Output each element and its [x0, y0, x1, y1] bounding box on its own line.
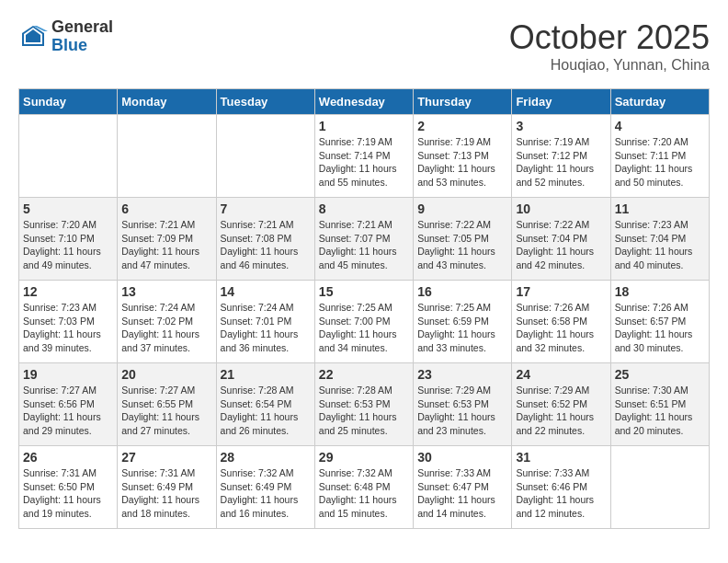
day-header-tuesday: Tuesday: [216, 89, 314, 115]
calendar-cell: 9Sunrise: 7:22 AM Sunset: 7:05 PM Daylig…: [414, 198, 512, 281]
day-number: 19: [23, 367, 113, 382]
day-info: Sunrise: 7:24 AM Sunset: 7:01 PM Dayligh…: [221, 301, 311, 355]
day-number: 11: [615, 201, 705, 216]
day-number: 31: [516, 450, 606, 465]
day-info: Sunrise: 7:31 AM Sunset: 6:50 PM Dayligh…: [23, 466, 113, 521]
title-block: October 2025 Houqiao, Yunnan, China: [509, 18, 710, 74]
day-number: 6: [121, 201, 211, 216]
day-number: 27: [121, 450, 211, 465]
logo-text: General Blue: [51, 18, 113, 55]
day-header-wednesday: Wednesday: [314, 89, 413, 115]
day-number: 21: [221, 367, 311, 382]
day-info: Sunrise: 7:19 AM Sunset: 7:12 PM Dayligh…: [516, 135, 606, 190]
day-info: Sunrise: 7:27 AM Sunset: 6:55 PM Dayligh…: [121, 384, 211, 438]
day-info: Sunrise: 7:29 AM Sunset: 6:53 PM Dayligh…: [417, 384, 507, 438]
calendar-cell: 8Sunrise: 7:21 AM Sunset: 7:07 PM Daylig…: [314, 198, 413, 281]
day-number: 5: [23, 201, 113, 216]
day-number: 16: [417, 284, 507, 299]
calendar-cell: 30Sunrise: 7:33 AM Sunset: 6:47 PM Dayli…: [414, 446, 512, 529]
day-header-friday: Friday: [512, 89, 610, 115]
month-title: October 2025: [509, 18, 710, 57]
day-info: Sunrise: 7:22 AM Sunset: 7:04 PM Dayligh…: [516, 218, 606, 272]
calendar-cell: 29Sunrise: 7:32 AM Sunset: 6:48 PM Dayli…: [314, 446, 413, 529]
calendar-table: SundayMondayTuesdayWednesdayThursdayFrid…: [18, 88, 710, 529]
logo-general: General: [51, 18, 113, 37]
calendar-cell: 24Sunrise: 7:29 AM Sunset: 6:52 PM Dayli…: [512, 363, 610, 446]
day-info: Sunrise: 7:27 AM Sunset: 6:56 PM Dayligh…: [23, 384, 113, 438]
calendar-cell: 28Sunrise: 7:32 AM Sunset: 6:49 PM Dayli…: [216, 446, 314, 529]
day-header-monday: Monday: [118, 89, 216, 115]
calendar-cell: 18Sunrise: 7:26 AM Sunset: 6:57 PM Dayli…: [610, 281, 709, 363]
day-info: Sunrise: 7:28 AM Sunset: 6:53 PM Dayligh…: [319, 384, 409, 438]
day-number: 20: [121, 367, 211, 382]
day-info: Sunrise: 7:21 AM Sunset: 7:08 PM Dayligh…: [221, 218, 311, 272]
week-row-3: 12Sunrise: 7:23 AM Sunset: 7:03 PM Dayli…: [19, 281, 710, 363]
day-info: Sunrise: 7:20 AM Sunset: 7:10 PM Dayligh…: [23, 218, 113, 272]
day-number: 12: [23, 284, 113, 299]
calendar-cell: 26Sunrise: 7:31 AM Sunset: 6:50 PM Dayli…: [19, 446, 118, 529]
day-number: 9: [417, 201, 507, 216]
day-header-thursday: Thursday: [414, 89, 512, 115]
calendar-cell: 7Sunrise: 7:21 AM Sunset: 7:08 PM Daylig…: [216, 198, 314, 281]
day-info: Sunrise: 7:30 AM Sunset: 6:51 PM Dayligh…: [615, 384, 705, 438]
day-number: 25: [615, 367, 705, 382]
calendar-cell: 3Sunrise: 7:19 AM Sunset: 7:12 PM Daylig…: [512, 115, 610, 198]
day-number: 30: [417, 450, 507, 465]
calendar-cell: 25Sunrise: 7:30 AM Sunset: 6:51 PM Dayli…: [610, 363, 709, 446]
logo-icon: [18, 22, 48, 52]
logo: General Blue: [18, 18, 113, 55]
calendar-cell: 27Sunrise: 7:31 AM Sunset: 6:49 PM Dayli…: [118, 446, 216, 529]
page-header: General Blue October 2025 Houqiao, Yunna…: [18, 18, 710, 74]
day-number: 14: [221, 284, 311, 299]
calendar-cell: 4Sunrise: 7:20 AM Sunset: 7:11 PM Daylig…: [610, 115, 709, 198]
day-info: Sunrise: 7:25 AM Sunset: 7:00 PM Dayligh…: [319, 301, 409, 355]
calendar-cell: 14Sunrise: 7:24 AM Sunset: 7:01 PM Dayli…: [216, 281, 314, 363]
calendar-cell: [216, 115, 314, 198]
calendar-cell: [610, 446, 709, 529]
calendar-cell: 12Sunrise: 7:23 AM Sunset: 7:03 PM Dayli…: [19, 281, 118, 363]
day-number: 1: [319, 119, 409, 133]
day-info: Sunrise: 7:21 AM Sunset: 7:09 PM Dayligh…: [121, 218, 211, 272]
calendar-cell: [19, 115, 118, 198]
calendar-cell: 13Sunrise: 7:24 AM Sunset: 7:02 PM Dayli…: [118, 281, 216, 363]
day-number: 26: [23, 450, 113, 465]
day-info: Sunrise: 7:26 AM Sunset: 6:57 PM Dayligh…: [615, 301, 705, 355]
day-number: 18: [615, 284, 705, 299]
day-info: Sunrise: 7:23 AM Sunset: 7:03 PM Dayligh…: [23, 301, 113, 355]
day-info: Sunrise: 7:20 AM Sunset: 7:11 PM Dayligh…: [615, 135, 705, 190]
day-number: 2: [417, 119, 507, 133]
day-info: Sunrise: 7:31 AM Sunset: 6:49 PM Dayligh…: [121, 466, 211, 521]
logo-blue: Blue: [51, 37, 113, 55]
day-number: 4: [615, 119, 705, 133]
day-number: 28: [221, 450, 311, 465]
calendar-cell: 15Sunrise: 7:25 AM Sunset: 7:00 PM Dayli…: [314, 281, 413, 363]
day-info: Sunrise: 7:25 AM Sunset: 6:59 PM Dayligh…: [417, 301, 507, 355]
day-header-saturday: Saturday: [610, 89, 709, 115]
day-info: Sunrise: 7:33 AM Sunset: 6:47 PM Dayligh…: [417, 466, 507, 521]
calendar-cell: 11Sunrise: 7:23 AM Sunset: 7:04 PM Dayli…: [610, 198, 709, 281]
day-info: Sunrise: 7:19 AM Sunset: 7:13 PM Dayligh…: [417, 135, 507, 190]
calendar-cell: 31Sunrise: 7:33 AM Sunset: 6:46 PM Dayli…: [512, 446, 610, 529]
calendar-cell: [118, 115, 216, 198]
calendar-cell: 2Sunrise: 7:19 AM Sunset: 7:13 PM Daylig…: [414, 115, 512, 198]
day-number: 23: [417, 367, 507, 382]
week-row-1: 1Sunrise: 7:19 AM Sunset: 7:14 PM Daylig…: [19, 115, 710, 198]
week-row-4: 19Sunrise: 7:27 AM Sunset: 6:56 PM Dayli…: [19, 363, 710, 446]
week-row-5: 26Sunrise: 7:31 AM Sunset: 6:50 PM Dayli…: [19, 446, 710, 529]
calendar-cell: 21Sunrise: 7:28 AM Sunset: 6:54 PM Dayli…: [216, 363, 314, 446]
day-info: Sunrise: 7:19 AM Sunset: 7:14 PM Dayligh…: [319, 135, 409, 190]
day-info: Sunrise: 7:28 AM Sunset: 6:54 PM Dayligh…: [221, 384, 311, 438]
day-number: 3: [516, 119, 606, 133]
day-number: 8: [319, 201, 409, 216]
day-number: 22: [319, 367, 409, 382]
calendar-cell: 19Sunrise: 7:27 AM Sunset: 6:56 PM Dayli…: [19, 363, 118, 446]
calendar-cell: 17Sunrise: 7:26 AM Sunset: 6:58 PM Dayli…: [512, 281, 610, 363]
week-row-2: 5Sunrise: 7:20 AM Sunset: 7:10 PM Daylig…: [19, 198, 710, 281]
day-number: 29: [319, 450, 409, 465]
day-number: 15: [319, 284, 409, 299]
day-header-sunday: Sunday: [19, 89, 118, 115]
day-info: Sunrise: 7:32 AM Sunset: 6:49 PM Dayligh…: [221, 466, 311, 521]
calendar-cell: 16Sunrise: 7:25 AM Sunset: 6:59 PM Dayli…: [414, 281, 512, 363]
day-info: Sunrise: 7:29 AM Sunset: 6:52 PM Dayligh…: [516, 384, 606, 438]
location: Houqiao, Yunnan, China: [509, 57, 710, 74]
